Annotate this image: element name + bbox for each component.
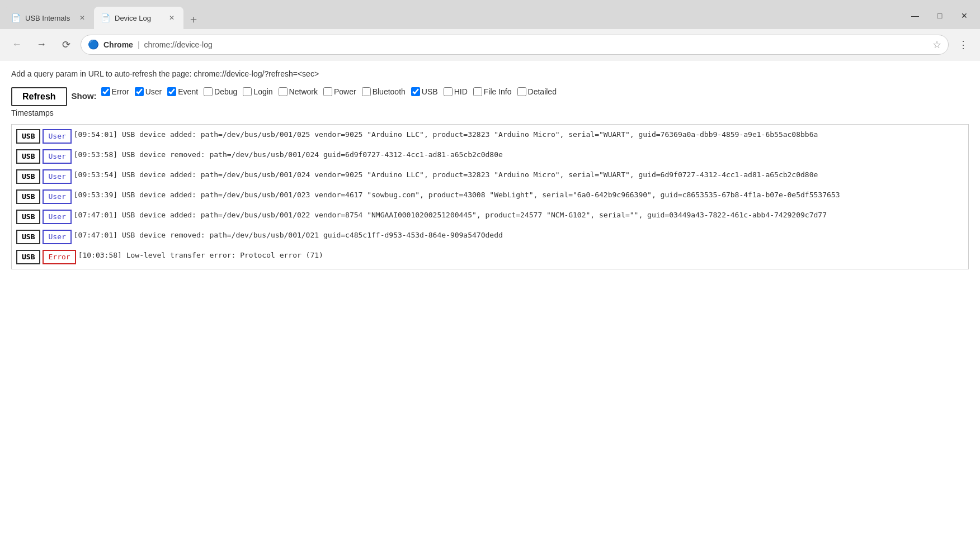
log-entry: USB Error [10:03:58] Low-level transfer … bbox=[16, 250, 964, 264]
log-entry: USB User [09:54:01] USB device added: pa… bbox=[16, 129, 964, 144]
log-message: [07:47:01] USB device removed: path=/dev… bbox=[74, 230, 964, 241]
omnibox-security-icon: 🔵 bbox=[88, 39, 99, 50]
tag-user: User bbox=[43, 129, 71, 144]
tag-usb: USB bbox=[16, 129, 40, 144]
show-label: Show: bbox=[72, 87, 97, 105]
tag-user: User bbox=[43, 210, 71, 224]
tag-user: User bbox=[43, 230, 71, 244]
checkbox-bluetooth-label: Bluetooth bbox=[373, 87, 406, 96]
checkbox-fileinfo-label: File Info bbox=[484, 87, 512, 96]
checkbox-user-label: User bbox=[145, 87, 162, 96]
checkbox-hid-label: HID bbox=[454, 87, 468, 96]
log-message: [09:54:01] USB device added: path=/dev/b… bbox=[74, 129, 964, 140]
tag-usb: USB bbox=[16, 149, 40, 164]
checkbox-group: Error User Event Debug Login bbox=[101, 87, 561, 96]
browser-toolbar: ← → ⟳ 🔵 Chrome | chrome://device-log ☆ ⋮ bbox=[0, 29, 980, 60]
maximize-button[interactable]: □ bbox=[929, 7, 951, 25]
checkbox-item-power[interactable]: Power bbox=[323, 87, 356, 96]
forward-button[interactable]: → bbox=[31, 35, 51, 55]
checkbox-usb-label: USB bbox=[422, 87, 438, 96]
checkbox-login[interactable] bbox=[243, 87, 252, 96]
tag-usb: USB bbox=[16, 250, 40, 264]
checkbox-power-label: Power bbox=[334, 87, 356, 96]
reload-button[interactable]: ⟳ bbox=[56, 35, 76, 55]
tag-user: User bbox=[43, 189, 71, 204]
checkbox-network-label: Network bbox=[289, 87, 318, 96]
chrome-menu-button[interactable]: ⋮ bbox=[953, 35, 973, 55]
back-button[interactable]: ← bbox=[7, 35, 27, 55]
tag-usb: USB bbox=[16, 169, 40, 184]
tag-usb: USB bbox=[16, 189, 40, 204]
tab-device-log-close[interactable]: ✕ bbox=[167, 13, 177, 23]
tab-usb-internals[interactable]: 📄 USB Internals ✕ bbox=[4, 7, 94, 29]
checkbox-item-login[interactable]: Login bbox=[243, 87, 272, 96]
minimize-button[interactable]: — bbox=[904, 7, 926, 25]
checkbox-detailed[interactable] bbox=[517, 87, 526, 96]
log-message: [10:03:58] Low-level transfer error: Pro… bbox=[78, 250, 964, 261]
checkbox-detailed-label: Detailed bbox=[528, 87, 557, 96]
window-frame: 📄 USB Internals ✕ 📄 Device Log ✕ ＋ — □ ✕… bbox=[0, 0, 980, 541]
checkbox-item-user[interactable]: User bbox=[135, 87, 162, 96]
omnibox[interactable]: 🔵 Chrome | chrome://device-log ☆ bbox=[81, 35, 949, 55]
tab-icon-usb-internals: 📄 bbox=[11, 13, 21, 22]
log-entry: USB User [09:53:54] USB device added: pa… bbox=[16, 169, 964, 184]
close-button[interactable]: ✕ bbox=[953, 7, 976, 25]
checkbox-item-hid[interactable]: HID bbox=[444, 87, 468, 96]
tab-icon-device-log: 📄 bbox=[101, 13, 110, 22]
checkbox-event-label: Event bbox=[178, 87, 198, 96]
tab-device-log-label: Device Log bbox=[115, 14, 151, 22]
checkbox-fileinfo[interactable] bbox=[473, 87, 482, 96]
checkbox-item-usb[interactable]: USB bbox=[411, 87, 438, 96]
log-message: [09:53:54] USB device added: path=/dev/b… bbox=[74, 169, 964, 181]
checkbox-power[interactable] bbox=[323, 87, 332, 96]
log-message: [09:53:39] USB device added: path=/dev/b… bbox=[74, 189, 964, 201]
checkbox-debug-label: Debug bbox=[214, 87, 237, 96]
omnibox-url: chrome://device-log bbox=[144, 40, 213, 49]
checkbox-hid[interactable] bbox=[444, 87, 453, 96]
checkbox-item-debug[interactable]: Debug bbox=[204, 87, 237, 96]
tab-device-log[interactable]: 📄 Device Log ✕ bbox=[94, 7, 183, 29]
checkbox-user[interactable] bbox=[135, 87, 144, 96]
refresh-button[interactable]: Refresh bbox=[11, 87, 67, 106]
checkbox-network[interactable] bbox=[279, 87, 288, 96]
log-area: USB User [09:54:01] USB device added: pa… bbox=[11, 124, 969, 269]
tab-usb-internals-close[interactable]: ✕ bbox=[77, 13, 87, 23]
tag-user: User bbox=[43, 149, 71, 164]
hint-text: Add a query param in URL to auto-refresh… bbox=[11, 69, 969, 78]
log-entry: USB User [09:53:58] USB device removed: … bbox=[16, 149, 964, 164]
checkbox-bluetooth[interactable] bbox=[362, 87, 371, 96]
checkbox-item-network[interactable]: Network bbox=[279, 87, 318, 96]
checkbox-usb[interactable] bbox=[411, 87, 420, 96]
checkbox-event[interactable] bbox=[167, 87, 176, 96]
tag-usb: USB bbox=[16, 210, 40, 224]
checkbox-item-error[interactable]: Error bbox=[101, 87, 129, 96]
checkbox-error-label: Error bbox=[112, 87, 129, 96]
page-content: Add a query param in URL to auto-refresh… bbox=[0, 60, 980, 541]
new-tab-button[interactable]: ＋ bbox=[183, 9, 204, 29]
checkbox-item-fileinfo[interactable]: File Info bbox=[473, 87, 512, 96]
checkbox-error[interactable] bbox=[101, 87, 110, 96]
omnibox-separator: | bbox=[138, 40, 140, 49]
log-message: [09:53:58] USB device removed: path=/dev… bbox=[74, 149, 964, 160]
checkbox-debug[interactable] bbox=[204, 87, 213, 96]
log-entry: USB User [07:47:01] USB device added: pa… bbox=[16, 210, 964, 224]
checkbox-item-event[interactable]: Event bbox=[167, 87, 198, 96]
log-message: [07:47:01] USB device added: path=/dev/b… bbox=[74, 210, 964, 221]
checkbox-item-detailed[interactable]: Detailed bbox=[517, 87, 557, 96]
log-entry: USB User [07:47:01] USB device removed: … bbox=[16, 230, 964, 244]
tag-user: User bbox=[43, 169, 71, 184]
controls-bar: Refresh Show: Error User Event Debug bbox=[11, 87, 969, 106]
tag-error: Error bbox=[43, 250, 76, 264]
timestamps-label: Timestamps bbox=[11, 108, 969, 117]
omnibox-site-name: Chrome bbox=[103, 40, 133, 49]
log-entry: USB User [09:53:39] USB device added: pa… bbox=[16, 189, 964, 204]
tab-usb-internals-label: USB Internals bbox=[25, 14, 70, 22]
bookmark-star-icon[interactable]: ☆ bbox=[932, 39, 941, 51]
title-bar: 📄 USB Internals ✕ 📄 Device Log ✕ ＋ — □ ✕ bbox=[0, 0, 980, 29]
tag-usb: USB bbox=[16, 230, 40, 244]
checkbox-login-label: Login bbox=[253, 87, 272, 96]
checkbox-item-bluetooth[interactable]: Bluetooth bbox=[362, 87, 406, 96]
window-controls: — □ ✕ bbox=[904, 7, 976, 29]
